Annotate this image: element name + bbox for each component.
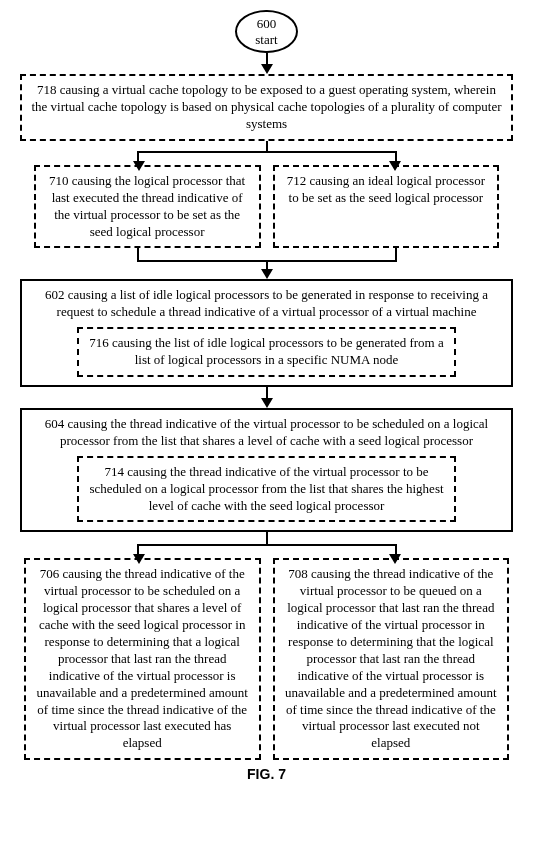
step-712: 712 causing an ideal logical processor t… xyxy=(273,165,500,249)
step-604: 604 causing the thread indicative of the… xyxy=(20,408,513,532)
step-706: 706 causing the thread indicative of the… xyxy=(24,558,261,760)
merge-710-712 xyxy=(20,248,513,279)
arrow-down-icon xyxy=(261,398,273,408)
arrow-down-icon xyxy=(133,161,145,171)
start-num: 600 xyxy=(255,16,277,32)
start-label: start xyxy=(255,32,277,48)
figure-label: FIG. 7 xyxy=(247,766,286,782)
arrow-down-icon xyxy=(261,64,273,74)
arrow-down-icon xyxy=(389,161,401,171)
arrow-down-icon xyxy=(389,554,401,564)
flowchart: 600 start 718 causing a virtual cache to… xyxy=(20,10,513,782)
connector xyxy=(261,53,273,74)
row-710-712: 710 causing the logical processor that l… xyxy=(20,165,513,249)
split-710-712 xyxy=(20,141,513,165)
split-706-708 xyxy=(20,532,513,558)
step-710: 710 causing the logical processor that l… xyxy=(34,165,261,249)
step-602: 602 causing a list of idle logical proce… xyxy=(20,279,513,387)
arrow-down-icon xyxy=(261,269,273,279)
arrow-down-icon xyxy=(133,554,145,564)
start-node: 600 start xyxy=(235,10,297,53)
step-708: 708 causing the thread indicative of the… xyxy=(273,558,510,760)
step-718: 718 causing a virtual cache topology to … xyxy=(20,74,513,141)
step-604-text: 604 causing the thread indicative of the… xyxy=(30,416,503,450)
step-716: 716 causing the list of idle logical pro… xyxy=(77,327,455,377)
connector xyxy=(261,387,273,408)
step-714: 714 causing the thread indicative of the… xyxy=(77,456,455,523)
row-706-708: 706 causing the thread indicative of the… xyxy=(20,558,513,760)
step-602-text: 602 causing a list of idle logical proce… xyxy=(30,287,503,321)
